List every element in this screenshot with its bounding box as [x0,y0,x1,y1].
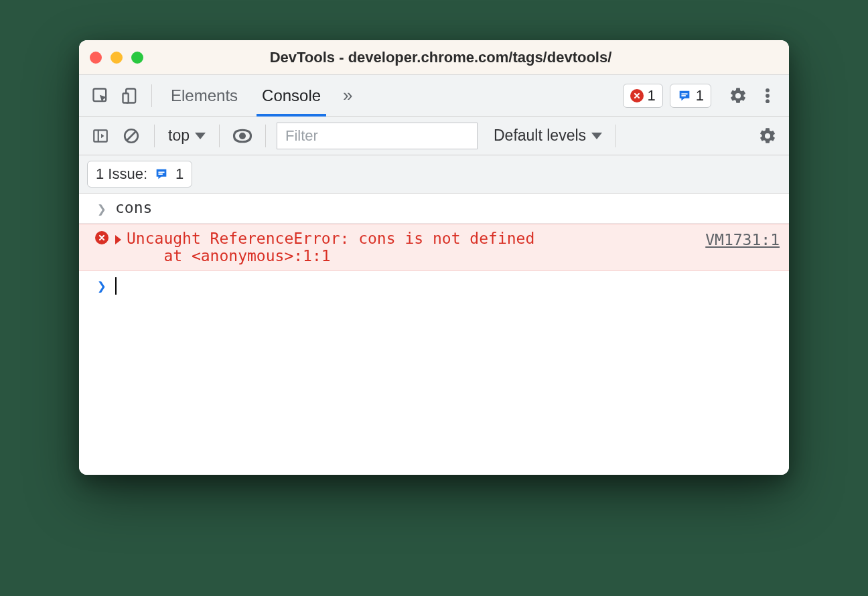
window-title: DevTools - developer.chrome.com/tags/dev… [143,49,778,66]
text-cursor [115,277,117,295]
minimize-window-button[interactable] [111,52,123,64]
disclosure-triangle-icon[interactable] [115,235,121,244]
tab-elements[interactable]: Elements [161,75,247,117]
issues-icon [677,88,692,103]
device-toolbar-icon[interactable] [118,84,142,108]
issues-bar: 1 Issue: 1 [79,155,789,194]
error-counter-badge[interactable]: 1 [623,84,663,108]
svg-rect-2 [123,93,129,102]
svg-rect-13 [158,171,164,173]
filter-input[interactable] [277,123,478,149]
svg-line-11 [127,131,136,140]
more-options-icon[interactable] [755,84,780,108]
error-source-link[interactable]: VM1731:1 [692,230,780,248]
error-message: Uncaught ReferenceError: cons is not def… [127,230,692,265]
divider [154,125,155,147]
svg-rect-8 [94,130,107,141]
context-label: top [168,127,190,145]
maximize-window-button[interactable] [131,52,143,64]
console-input-text: cons [115,199,780,216]
more-tabs-icon[interactable]: » [336,84,360,108]
counter-badges: 1 1 [623,84,712,108]
live-expression-icon[interactable] [230,124,255,148]
svg-rect-4 [681,95,685,96]
svg-rect-3 [681,93,687,94]
toggle-sidebar-icon[interactable] [88,124,113,148]
divider [151,84,152,107]
titlebar: DevTools - developer.chrome.com/tags/dev… [79,40,789,75]
clear-console-icon[interactable] [119,124,143,148]
inspect-element-icon[interactable] [88,84,113,108]
chevron-down-icon [591,133,602,139]
settings-icon[interactable] [726,84,750,108]
issues-pill[interactable]: 1 Issue: 1 [87,161,192,188]
divider [219,125,220,147]
issues-label: 1 Issue: [96,165,147,183]
error-icon [95,231,108,244]
console-output: ❯ cons Uncaught ReferenceError: cons is … [79,194,789,475]
chevron-down-icon [195,133,206,139]
chevron-right-icon: ❯ [97,200,106,218]
close-window-button[interactable] [90,52,102,64]
svg-point-5 [766,88,770,92]
log-levels-selector[interactable]: Default levels [491,127,605,145]
console-error-row[interactable]: Uncaught ReferenceError: cons is not def… [79,224,789,271]
console-input-echo: ❯ cons [79,194,789,224]
divider [616,125,616,147]
devtools-window: DevTools - developer.chrome.com/tags/dev… [79,40,789,475]
issues-icon [154,167,169,181]
traffic-lights [90,52,143,64]
svg-point-7 [766,99,770,103]
console-toolbar: top Default levels [79,117,789,155]
error-icon [630,89,644,102]
console-settings-icon[interactable] [755,124,780,148]
error-count: 1 [648,87,656,104]
console-prompt[interactable]: ❯ [79,271,789,301]
main-tabbar: Elements Console » 1 1 [79,75,789,117]
prompt-chevron-icon: ❯ [88,277,115,295]
svg-rect-14 [158,173,162,175]
levels-label: Default levels [494,127,586,145]
tab-console[interactable]: Console [252,75,330,117]
divider [265,125,266,147]
svg-point-12 [239,133,246,139]
issues-count: 1 [696,87,704,104]
issues-pill-count: 1 [175,165,184,183]
issues-counter-badge[interactable]: 1 [670,84,711,108]
context-selector[interactable]: top [165,127,208,145]
svg-point-6 [766,94,770,98]
